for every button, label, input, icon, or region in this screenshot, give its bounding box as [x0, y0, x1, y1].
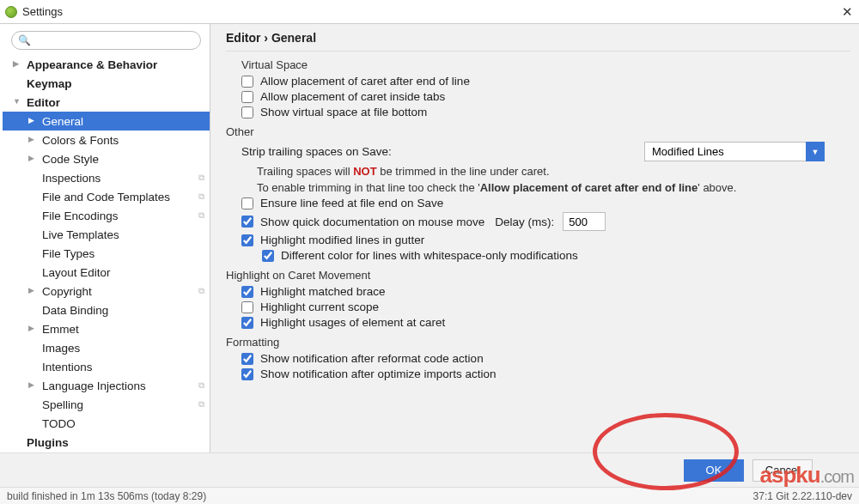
tree-item-inspections[interactable]: Inspections⧉: [3, 168, 210, 187]
current-scope-checkbox[interactable]: [241, 301, 253, 313]
diff-color-row[interactable]: Different color for lines with whitespac…: [262, 249, 850, 262]
arrow-spacer-icon: [28, 343, 39, 353]
tree-item-data-binding[interactable]: Data Binding: [3, 301, 210, 319]
content-panel: Editor › General Virtual Space Allow pla…: [210, 24, 859, 471]
tree-item-editor[interactable]: Editor: [3, 93, 210, 112]
usages-caret-checkbox[interactable]: [241, 317, 253, 329]
titlebar-left: Settings: [5, 5, 63, 18]
allow-caret-end-label: Allow placement of caret after end of li…: [260, 75, 470, 88]
tree-item-label: File Types: [42, 247, 94, 260]
tree-item-keymap[interactable]: Keymap: [3, 74, 210, 93]
strip-trailing-row: Strip trailing spaces on Save: ▼: [241, 142, 850, 161]
reformat-notify-row[interactable]: Show notification after reformat code ac…: [241, 352, 850, 365]
tree-item-label: Code Style: [42, 153, 99, 166]
tree-item-label: Language Injections: [42, 380, 146, 392]
ensure-lf-checkbox[interactable]: [241, 197, 253, 209]
tree-item-file-types[interactable]: File Types: [3, 244, 210, 263]
quick-doc-label: Show quick documentation on mouse move: [260, 216, 484, 228]
tree-item-label: General: [42, 115, 83, 128]
search-input[interactable]: [11, 31, 201, 50]
project-level-icon: ⧉: [198, 399, 204, 410]
tree-item-label: Live Templates: [42, 228, 119, 241]
tree-item-label: Intentions: [42, 361, 93, 373]
tree-item-code-style[interactable]: Code Style: [3, 149, 210, 168]
status-left: build finished in 1m 13s 506ms (today 8:…: [7, 490, 206, 502]
strip-trailing-value[interactable]: [644, 142, 825, 161]
window-title: Settings: [22, 5, 63, 18]
tree-item-label: Spelling: [42, 398, 83, 411]
section-caret-movement: Highlight on Caret Movement: [226, 269, 850, 282]
strip-trailing-select[interactable]: ▼: [644, 142, 825, 161]
tree-item-images[interactable]: Images: [3, 338, 210, 357]
arrow-spacer-icon: [28, 248, 39, 258]
show-virtual-bottom-row[interactable]: Show virtual space at file bottom: [241, 106, 850, 118]
tree-item-copyright[interactable]: Copyright⧉: [3, 282, 210, 301]
project-level-icon: ⧉: [198, 210, 204, 221]
tree-item-language-injections[interactable]: Language Injections⧉: [3, 376, 210, 395]
project-level-icon: ⧉: [198, 173, 204, 183]
usages-caret-row[interactable]: Highlight usages of element at caret: [241, 316, 850, 329]
arrow-spacer-icon: [28, 305, 39, 315]
quick-doc-checkbox[interactable]: [241, 216, 253, 228]
diff-color-checkbox[interactable]: [262, 250, 274, 262]
tree-item-spelling[interactable]: Spelling⧉: [3, 395, 210, 414]
ensure-lf-row[interactable]: Ensure line feed at file end on Save: [241, 197, 850, 209]
current-scope-row[interactable]: Highlight current scope: [241, 301, 850, 313]
allow-caret-end-row[interactable]: Allow placement of caret after end of li…: [241, 75, 850, 88]
project-level-icon: ⧉: [198, 380, 204, 391]
tree-item-label: Images: [42, 342, 80, 355]
chevron-right-icon: [13, 59, 23, 70]
tree-item-general[interactable]: General: [3, 112, 210, 131]
show-virtual-bottom-checkbox[interactable]: [241, 106, 253, 118]
matched-brace-row[interactable]: Highlight matched brace: [241, 285, 850, 298]
arrow-spacer-icon: [13, 437, 23, 447]
tree-item-emmet[interactable]: Emmet: [3, 319, 210, 338]
ok-button[interactable]: OK: [684, 459, 744, 482]
tree-item-label: File and Code Templates: [42, 191, 170, 203]
strip-trailing-label: Strip trailing spaces on Save:: [241, 145, 392, 158]
chevron-right-icon: [28, 135, 39, 145]
tree-item-live-templates[interactable]: Live Templates: [3, 225, 210, 244]
section-other: Other: [226, 125, 850, 138]
tree-item-label: Layout Editor: [42, 266, 111, 279]
tree-item-file-and-code-templates[interactable]: File and Code Templates⧉: [3, 187, 210, 206]
tree-item-colors-fonts[interactable]: Colors & Fonts: [3, 131, 210, 149]
optimize-notify-row[interactable]: Show notification after optimize imports…: [241, 367, 850, 380]
status-bar: build finished in 1m 13s 506ms (today 8:…: [0, 487, 859, 504]
reformat-notify-checkbox[interactable]: [241, 353, 253, 365]
status-right: 37:1 Git 2.22.110-dev: [753, 490, 852, 502]
chevron-right-icon: [28, 154, 39, 164]
delay-input[interactable]: [563, 212, 606, 231]
chevron-down-icon[interactable]: ▼: [806, 142, 825, 161]
cancel-button[interactable]: Cancel: [752, 459, 813, 482]
tree-item-todo[interactable]: TODO: [3, 414, 210, 433]
chevron-right-icon: [28, 286, 39, 296]
tree-item-file-encodings[interactable]: File Encodings⧉: [3, 206, 210, 225]
optimize-notify-checkbox[interactable]: [241, 368, 253, 380]
allow-caret-tabs-checkbox[interactable]: [241, 91, 253, 103]
search-icon: 🔍: [18, 34, 31, 46]
highlight-modified-row[interactable]: Highlight modified lines in gutter: [241, 234, 850, 246]
close-button[interactable]: ✕: [840, 5, 854, 19]
diff-color-label: Different color for lines with whitespac…: [281, 249, 578, 262]
show-virtual-bottom-label: Show virtual space at file bottom: [260, 106, 427, 118]
matched-brace-checkbox[interactable]: [241, 286, 253, 298]
tree-item-appearance-behavior[interactable]: Appearance & Behavior: [3, 55, 210, 74]
allow-caret-tabs-row[interactable]: Allow placement of caret inside tabs: [241, 90, 850, 103]
arrow-spacer-icon: [28, 173, 39, 183]
tree-item-label: Copyright: [42, 285, 92, 298]
arrow-spacer-icon: [28, 210, 39, 221]
allow-caret-end-checkbox[interactable]: [241, 76, 253, 88]
settings-tree[interactable]: Appearance & BehaviorKeymapEditorGeneral…: [3, 55, 210, 471]
dialog-footer: OK Cancel: [0, 452, 859, 487]
tree-item-label: Plugins: [27, 436, 69, 449]
current-scope-label: Highlight current scope: [260, 301, 379, 313]
tree-item-layout-editor[interactable]: Layout Editor: [3, 263, 210, 282]
app-icon: [5, 6, 17, 18]
tree-item-intentions[interactable]: Intentions: [3, 357, 210, 376]
tree-item-plugins[interactable]: Plugins: [3, 433, 210, 452]
chevron-right-icon: [28, 380, 39, 391]
highlight-modified-checkbox[interactable]: [241, 234, 253, 246]
search-wrap: 🔍: [3, 24, 210, 55]
arrow-spacer-icon: [13, 78, 23, 88]
